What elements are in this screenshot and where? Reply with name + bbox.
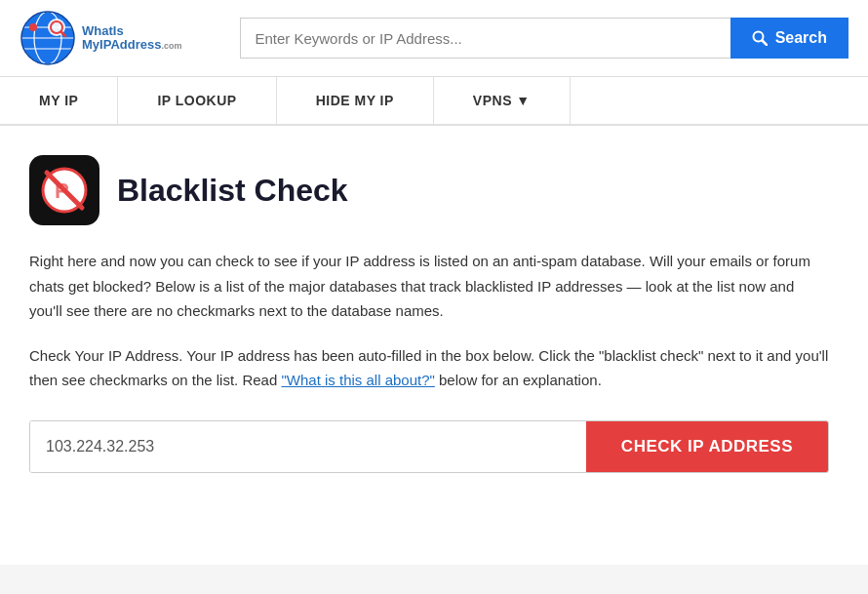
main-nav: MY IP IP LOOKUP HIDE MY IP VPNS ▼ <box>0 77 868 126</box>
site-logo[interactable]: WhatIs MyIPAddress.com <box>20 10 181 66</box>
page-header: P Blacklist Check <box>29 155 839 225</box>
search-area: Search <box>240 18 848 59</box>
nav-item-vpns[interactable]: VPNS ▼ <box>434 77 571 124</box>
logo-line2: MyIPAddress.com <box>82 38 181 52</box>
search-button[interactable]: Search <box>730 18 848 59</box>
svg-line-11 <box>762 41 767 46</box>
blacklist-icon: P <box>29 155 99 225</box>
nav-item-my-ip[interactable]: MY IP <box>0 77 118 124</box>
site-header: WhatIs MyIPAddress.com Search <box>0 0 868 77</box>
ip-address-input[interactable] <box>30 421 586 472</box>
what-is-link[interactable]: "What is this all about?" <box>281 372 434 388</box>
main-content: P Blacklist Check Right here and now you… <box>0 126 868 565</box>
search-input[interactable] <box>240 18 730 59</box>
globe-icon <box>20 10 76 66</box>
svg-point-9 <box>29 23 37 31</box>
page-title: Blacklist Check <box>117 173 348 209</box>
no-entry-icon: P <box>41 167 88 214</box>
svg-text:P: P <box>55 178 69 203</box>
logo-line1: WhatIs <box>82 24 181 38</box>
logo-text: WhatIs MyIPAddress.com <box>82 24 181 53</box>
nav-item-ip-lookup[interactable]: IP LOOKUP <box>118 77 276 124</box>
ip-check-row: CHECK IP ADDRESS <box>29 420 829 473</box>
check-ip-button[interactable]: CHECK IP ADDRESS <box>586 421 828 472</box>
nav-item-hide-my-ip[interactable]: HIDE MY IP <box>277 77 434 124</box>
description-1: Right here and now you can check to see … <box>29 249 829 324</box>
description-2: Check Your IP Address. Your IP address h… <box>29 343 829 393</box>
search-icon <box>752 30 768 46</box>
